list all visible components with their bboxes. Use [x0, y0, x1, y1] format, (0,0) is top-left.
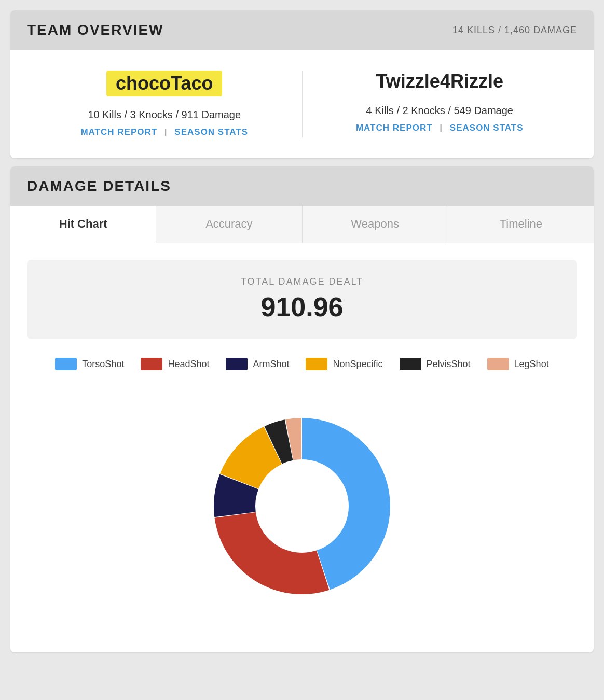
legend-label-headshot: HeadShot: [168, 359, 209, 370]
team-overview-body: chocoTaco 10 Kills / 3 Knocks / 911 Dama…: [10, 50, 594, 158]
link-divider-2: |: [440, 123, 445, 133]
tab-weapons[interactable]: Weapons: [303, 206, 448, 243]
legend-label-armshot: ArmShot: [253, 359, 289, 370]
donut-chart-container: [27, 387, 577, 636]
tab-hit-chart[interactable]: Hit Chart: [10, 206, 156, 243]
player2-links: MATCH REPORT | SEASON STATS: [303, 123, 578, 133]
damage-details-body: Hit Chart Accuracy Weapons Timeline TOTA…: [10, 206, 594, 652]
legend-color-nonspecific: [306, 358, 327, 370]
legend-legshot: LegShot: [487, 358, 549, 370]
legend-label-legshot: LegShot: [514, 359, 549, 370]
player-block-1: chocoTaco 10 Kills / 3 Knocks / 911 Dama…: [27, 71, 302, 137]
legend-color-pelvisshot: [400, 358, 421, 370]
player1-name: chocoTaco: [106, 71, 222, 96]
damage-total-label: TOTAL DAMAGE DEALT: [44, 276, 560, 287]
legend-pelvisshot: PelvisShot: [400, 358, 471, 370]
player1-season-stats-link[interactable]: SEASON STATS: [174, 127, 248, 137]
tab-accuracy[interactable]: Accuracy: [156, 206, 302, 243]
player-block-2: Twizzle4Rizzle 4 Kills / 2 Knocks / 549 …: [303, 71, 578, 133]
team-overview-header: TEAM OVERVIEW 14 KILLS / 1,460 DAMAGE: [10, 10, 594, 50]
link-divider: |: [164, 127, 170, 137]
player1-links: MATCH REPORT | SEASON STATS: [27, 127, 302, 137]
legend-color-torsoshot: [55, 358, 77, 370]
legend-color-armshot: [226, 358, 248, 370]
chart-legend: TorsoShot HeadShot ArmShot NonSpecific P…: [27, 358, 577, 370]
donut-chart: [193, 397, 411, 615]
legend-label-torsoshot: TorsoShot: [82, 359, 124, 370]
damage-tabs: Hit Chart Accuracy Weapons Timeline: [10, 206, 594, 243]
player1-stats: 10 Kills / 3 Knocks / 911 Damage: [27, 109, 302, 121]
legend-torsoshot: TorsoShot: [55, 358, 124, 370]
damage-details-header: DAMAGE DETAILS: [10, 166, 594, 206]
team-overview-card: TEAM OVERVIEW 14 KILLS / 1,460 DAMAGE ch…: [10, 10, 594, 158]
damage-total-box: TOTAL DAMAGE DEALT 910.96: [27, 260, 577, 339]
damage-details-card: DAMAGE DETAILS Hit Chart Accuracy Weapon…: [10, 166, 594, 652]
player2-match-report-link[interactable]: MATCH REPORT: [356, 123, 433, 133]
legend-armshot: ArmShot: [226, 358, 289, 370]
donut-segment-headshot: [215, 512, 330, 594]
legend-label-nonspecific: NonSpecific: [333, 359, 382, 370]
legend-label-pelvisshot: PelvisShot: [427, 359, 471, 370]
damage-content: TOTAL DAMAGE DEALT 910.96 TorsoShot Head…: [10, 243, 594, 652]
damage-details-title: DAMAGE DETAILS: [27, 178, 171, 194]
team-overview-stats: 14 KILLS / 1,460 DAMAGE: [452, 25, 577, 36]
player2-stats: 4 Kills / 2 Knocks / 549 Damage: [303, 105, 578, 117]
player2-name: Twizzle4Rizzle: [376, 71, 503, 92]
legend-headshot: HeadShot: [141, 358, 209, 370]
team-overview-title: TEAM OVERVIEW: [27, 22, 164, 38]
legend-color-headshot: [141, 358, 162, 370]
damage-total-value: 910.96: [44, 291, 560, 323]
legend-nonspecific: NonSpecific: [306, 358, 382, 370]
tab-timeline[interactable]: Timeline: [448, 206, 594, 243]
legend-color-legshot: [487, 358, 509, 370]
player2-season-stats-link[interactable]: SEASON STATS: [450, 123, 524, 133]
player1-match-report-link[interactable]: MATCH REPORT: [80, 127, 157, 137]
